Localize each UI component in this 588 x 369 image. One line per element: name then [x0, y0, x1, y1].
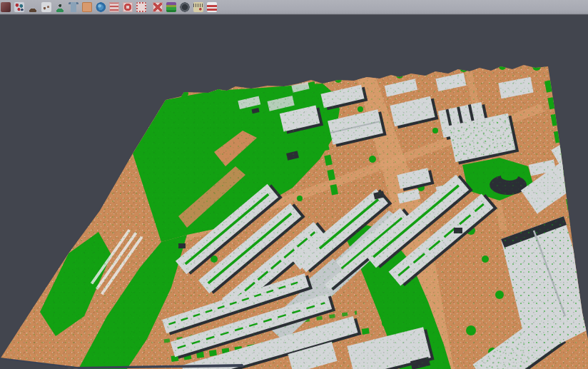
- viewport-3d[interactable]: [0, 16, 588, 369]
- classify-colors-icon[interactable]: [166, 2, 176, 12]
- clip-cross-icon[interactable]: [153, 2, 163, 12]
- layer-lines-icon[interactable]: [109, 2, 119, 12]
- dem-surface-icon[interactable]: [55, 2, 65, 12]
- profile-view-icon[interactable]: [69, 2, 78, 12]
- toolbar: [0, 0, 588, 14]
- scene-canvas[interactable]: [0, 16, 588, 369]
- ortho-image-icon[interactable]: [82, 2, 92, 12]
- target-circle-icon[interactable]: [123, 2, 133, 12]
- terrain-mesh: [0, 59, 588, 369]
- terrain-mound-icon[interactable]: [28, 2, 38, 12]
- open-project-icon[interactable]: [1, 2, 11, 12]
- globe-3d-icon[interactable]: [96, 2, 106, 12]
- point-cloud-icon[interactable]: [14, 2, 24, 12]
- flag-stripes-icon[interactable]: [207, 2, 217, 12]
- bounding-box-icon[interactable]: [136, 2, 146, 12]
- measure-ticks-icon[interactable]: [193, 2, 203, 12]
- camera-view-icon[interactable]: [180, 2, 190, 12]
- sparse-points-icon[interactable]: [41, 2, 51, 12]
